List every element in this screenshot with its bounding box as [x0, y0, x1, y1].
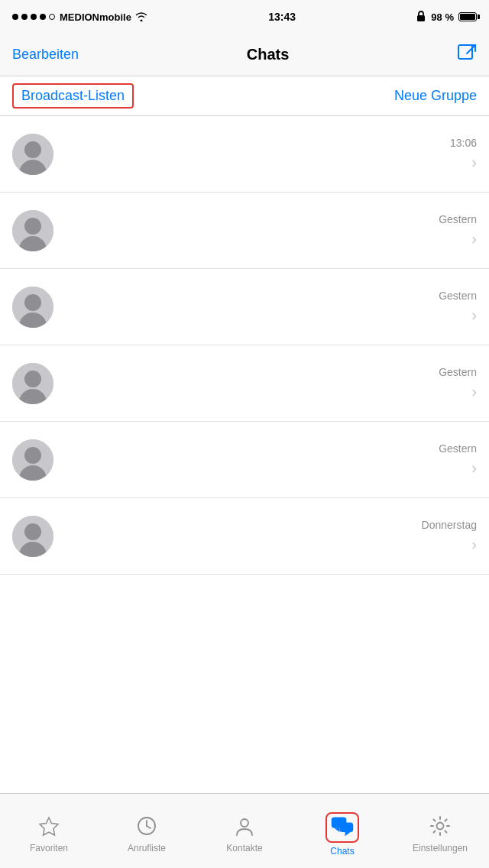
chat-time: Gestern	[439, 213, 477, 225]
chat-item-1[interactable]: 13:06›	[0, 116, 489, 193]
dot-4	[40, 14, 46, 20]
svg-marker-11	[334, 828, 339, 831]
wifi-icon	[134, 11, 148, 24]
chevron-right-icon: ›	[471, 383, 477, 400]
chevron-right-icon: ›	[471, 306, 477, 324]
action-row: Broadcast-Listen Neue Gruppe	[0, 76, 489, 116]
avatar	[12, 210, 53, 251]
dot-1	[12, 14, 18, 20]
page-title: Chats	[247, 46, 290, 63]
dot-5	[49, 14, 55, 20]
avatar	[12, 287, 53, 328]
battery-percent: 98 %	[431, 11, 454, 23]
tab-einstellungen[interactable]: Einstellungen	[391, 809, 489, 853]
chat-right: 13:06›	[423, 137, 477, 171]
person-icon	[234, 815, 255, 840]
tab-chats[interactable]: Chats	[293, 806, 391, 857]
chat-item-4[interactable]: Gestern›	[0, 345, 489, 422]
status-time: 13:43	[268, 11, 296, 23]
chat-time: Gestern	[439, 290, 477, 302]
chat-content	[64, 229, 423, 232]
status-right: 98 %	[416, 10, 477, 24]
avatar	[12, 363, 53, 404]
chat-item-5[interactable]: Gestern›	[0, 422, 489, 498]
chat-time: Gestern	[439, 366, 477, 378]
svg-rect-12	[339, 822, 353, 831]
chevron-right-icon: ›	[471, 154, 477, 171]
avatar	[12, 439, 53, 481]
chat-content	[64, 458, 423, 462]
tab-anrufliste-label: Anrufliste	[128, 843, 166, 853]
chat-content	[64, 153, 423, 156]
edit-button[interactable]: Bearbeiten	[12, 47, 79, 63]
chat-right: Gestern›	[423, 442, 477, 477]
clock-icon	[136, 815, 157, 840]
tab-favoriten[interactable]: Favoriten	[0, 809, 98, 853]
dot-3	[31, 14, 37, 20]
carrier-label: MEDIONmobile	[60, 11, 131, 23]
tab-anrufliste[interactable]: Anrufliste	[98, 809, 196, 853]
chevron-right-icon: ›	[471, 459, 477, 477]
chevron-right-icon: ›	[471, 536, 477, 553]
status-bar: MEDIONmobile 13:43 98 %	[0, 0, 489, 34]
tab-bar: Favoriten Anrufliste Kontakte	[0, 793, 489, 868]
gear-icon	[429, 815, 451, 840]
svg-rect-0	[417, 15, 425, 21]
svg-point-14	[437, 822, 444, 829]
avatar	[12, 516, 53, 557]
star-icon	[38, 815, 60, 840]
chat-list: 13:06›Gestern›Gestern›Gestern›Gestern›Do…	[0, 116, 489, 793]
svg-marker-5	[40, 818, 58, 835]
chat-content	[64, 535, 422, 538]
tab-kontakte-label: Kontakte	[226, 843, 262, 853]
broadcast-listen-button[interactable]: Broadcast-Listen	[12, 83, 134, 108]
chat-item-3[interactable]: Gestern›	[0, 269, 489, 345]
tab-chats-label: Chats	[330, 846, 354, 857]
chat-right: Gestern›	[423, 290, 477, 324]
battery-icon	[458, 12, 477, 21]
status-left: MEDIONmobile	[12, 11, 148, 24]
chat-right: Gestern›	[423, 366, 477, 400]
chat-time: Gestern	[439, 442, 477, 455]
neue-gruppe-button[interactable]: Neue Gruppe	[394, 88, 477, 104]
svg-line-8	[147, 826, 151, 828]
nav-bar: Bearbeiten Chats	[0, 34, 489, 76]
chat-item-6[interactable]: Donnerstag›	[0, 498, 489, 575]
svg-point-9	[241, 819, 248, 827]
tab-chats-wrapper	[325, 812, 359, 843]
avatar	[12, 134, 53, 175]
svg-line-4	[467, 45, 475, 53]
chevron-right-icon: ›	[471, 230, 477, 248]
tab-kontakte[interactable]: Kontakte	[196, 809, 293, 853]
chat-bubbles-icon	[330, 818, 355, 841]
chat-time: 13:06	[450, 137, 477, 149]
chat-item-2[interactable]: Gestern›	[0, 193, 489, 269]
chat-right: Donnerstag›	[422, 519, 477, 553]
compose-button[interactable]	[457, 44, 477, 66]
chat-content	[64, 306, 423, 309]
dot-2	[21, 14, 28, 20]
chat-right: Gestern›	[423, 213, 477, 248]
chat-content	[64, 382, 423, 385]
signal-dots	[12, 14, 55, 20]
svg-marker-13	[345, 832, 351, 836]
svg-rect-1	[458, 45, 472, 59]
chat-time: Donnerstag	[422, 519, 477, 531]
tab-favoriten-label: Favoriten	[30, 843, 68, 853]
lock-icon	[416, 10, 426, 24]
tab-einstellungen-label: Einstellungen	[413, 843, 468, 853]
